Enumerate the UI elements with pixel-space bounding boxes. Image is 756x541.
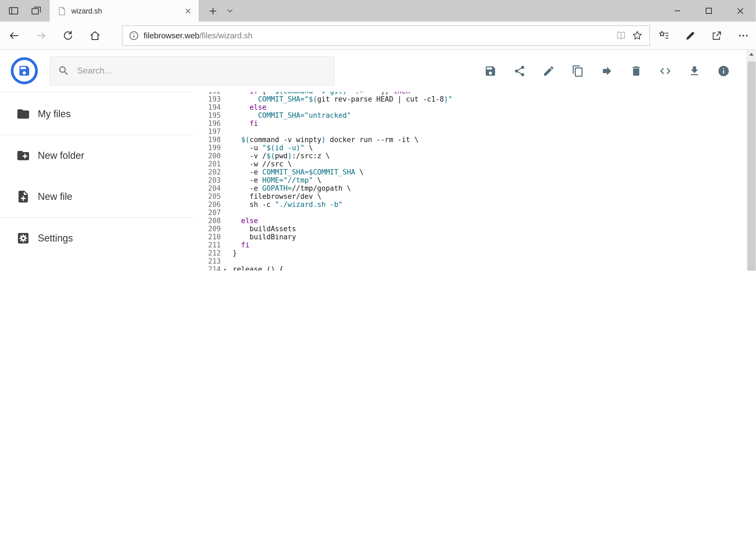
info-button[interactable]: [717, 65, 730, 77]
search-icon: [58, 65, 70, 77]
download-button[interactable]: [688, 65, 701, 77]
code-line[interactable]: 203 -e HOME="//tmp" \: [194, 176, 747, 184]
code-line[interactable]: 192 if [ "$(command -v git)" != "" ]; th…: [194, 92, 747, 95]
code-line[interactable]: 204 -e GOPATH=//tmp/gopath \: [194, 184, 747, 192]
code-line[interactable]: 211 fi: [194, 241, 747, 249]
code-line[interactable]: 208 else: [194, 217, 747, 225]
fold-arrow-icon[interactable]: ▾: [223, 265, 226, 270]
pen-icon: [684, 29, 696, 41]
home-icon: [89, 29, 102, 42]
tab-close-button[interactable]: [184, 7, 192, 15]
add-favorite-button[interactable]: [631, 30, 643, 41]
code-editor[interactable]: 192 if [ "$(command -v git)" != "" ]; th…: [194, 92, 747, 270]
sidebar-item-new-folder[interactable]: New folder: [0, 135, 194, 176]
window-maximize-button[interactable]: [693, 0, 724, 22]
tabs-preview-button[interactable]: [30, 5, 42, 17]
delete-button[interactable]: [630, 65, 642, 77]
line-number: 197: [194, 128, 221, 136]
code-line[interactable]: 202 -e COMMIT_SHA=$COMMIT_SHA \: [194, 168, 747, 176]
code-line-body: -e GOPATH=//tmp/gopath \: [221, 184, 747, 192]
code-line[interactable]: 207: [194, 209, 747, 217]
code-line-body: if [ "$(command -v git)" != "" ]; then: [221, 92, 747, 95]
code-line[interactable]: 196 fi: [194, 119, 747, 128]
code-line[interactable]: 209 buildAssets: [194, 225, 747, 233]
sidebar-item-my-files[interactable]: My files: [0, 94, 194, 135]
code-line-body: [221, 128, 747, 136]
forward-button[interactable]: [35, 29, 48, 42]
app-main: My files New folder New file: [0, 92, 747, 270]
code-line[interactable]: 194 else: [194, 103, 747, 111]
line-number: 196: [194, 119, 221, 128]
line-number: 206: [194, 201, 221, 209]
window-minimize-button[interactable]: [662, 0, 693, 22]
line-number: 201: [194, 160, 221, 168]
browser-navbar: filebrowser.web/files/wizard.sh: [0, 22, 756, 50]
rename-button[interactable]: [543, 65, 555, 77]
chevron-down-icon: [226, 8, 234, 14]
share-arrow-icon: [711, 29, 723, 41]
favorites-hub-button[interactable]: [658, 29, 670, 41]
sidebar-item-label: New file: [38, 191, 72, 202]
settings-menu-button[interactable]: [737, 29, 749, 41]
code-line[interactable]: 197: [194, 128, 747, 136]
code-icon: [659, 65, 671, 77]
sidebar-item-label: Settings: [38, 233, 73, 244]
site-info-icon[interactable]: [129, 31, 139, 40]
sidebar-item-settings[interactable]: Settings: [0, 218, 194, 259]
search-bar[interactable]: [50, 56, 335, 85]
code-line[interactable]: 214▾release () {: [194, 265, 747, 270]
code-line-body: else: [221, 103, 747, 111]
window-close-button[interactable]: [724, 0, 756, 22]
refresh-button[interactable]: [62, 29, 75, 42]
sidebar-item-logout[interactable]: Logout: [0, 259, 194, 270]
save-button[interactable]: [484, 65, 497, 77]
move-button[interactable]: [601, 65, 613, 77]
back-button[interactable]: [8, 29, 21, 42]
info-icon: [717, 65, 730, 77]
folder-icon: [16, 107, 30, 121]
code-line[interactable]: 206 sh -c "./wizard.sh -b": [194, 201, 747, 209]
filebrowser-logo[interactable]: [11, 57, 38, 84]
address-bar[interactable]: filebrowser.web/files/wizard.sh: [122, 25, 650, 46]
code-line[interactable]: 193 COMMIT_SHA="$(git rev-parse HEAD | c…: [194, 95, 747, 103]
settings-gear-icon: [16, 231, 30, 245]
code-line[interactable]: 213: [194, 257, 747, 265]
line-number: 200: [194, 152, 221, 160]
page-scrollbar[interactable]: [747, 50, 756, 270]
code-line-body: -e COMMIT_SHA=$COMMIT_SHA \: [221, 168, 747, 176]
scrollbar-thumb[interactable]: [748, 62, 756, 270]
code-line[interactable]: 205 filebrowser/dev \: [194, 192, 747, 201]
share-file-button[interactable]: [513, 65, 526, 77]
browser-window: wizard.sh: [0, 0, 756, 270]
new-tab-button[interactable]: [208, 6, 217, 15]
tab-list-dropdown-button[interactable]: [226, 8, 234, 14]
code-line[interactable]: 212}: [194, 249, 747, 257]
reading-view-button[interactable]: [616, 30, 627, 41]
home-button[interactable]: [89, 29, 102, 42]
code-line-body: -u "$(id -u)" \: [221, 144, 747, 152]
code-line[interactable]: 200 -v /$(pwd):/src:z \: [194, 152, 747, 160]
close-icon: [184, 7, 192, 15]
code-line-body: -w //src \: [221, 160, 747, 168]
scrollbar-up-button[interactable]: [747, 50, 756, 59]
back-arrow-icon: [8, 29, 21, 42]
code-line-body: [221, 209, 747, 217]
share-button[interactable]: [711, 29, 723, 41]
raw-code-button[interactable]: [659, 65, 671, 77]
browser-tab[interactable]: wizard.sh: [50, 0, 199, 22]
line-number: 214: [194, 265, 221, 270]
code-line[interactable]: 198 $(command -v winpty) docker run --rm…: [194, 136, 747, 144]
close-icon: [737, 7, 744, 14]
page-favicon-icon: [57, 6, 66, 15]
set-tabs-aside-button[interactable]: [8, 5, 19, 17]
code-line[interactable]: 199 -u "$(id -u)" \: [194, 144, 747, 152]
code-line[interactable]: 201 -w //src \: [194, 160, 747, 168]
code-line[interactable]: 210 buildBinary: [194, 233, 747, 241]
web-note-button[interactable]: [684, 29, 696, 41]
star-icon: [631, 30, 643, 41]
copy-button[interactable]: [572, 65, 584, 77]
sidebar-item-new-file[interactable]: New file: [0, 176, 194, 217]
search-input[interactable]: [76, 65, 327, 76]
sidebar: My files New folder New file: [0, 92, 194, 270]
code-line[interactable]: 195 COMMIT_SHA="untracked": [194, 111, 747, 119]
